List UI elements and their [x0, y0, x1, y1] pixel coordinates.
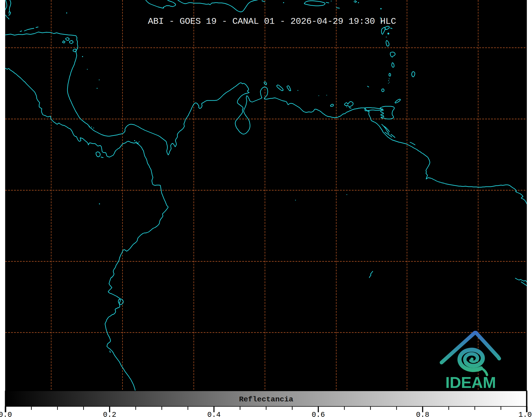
svg-text:Reflectancia: Reflectancia	[239, 395, 293, 404]
svg-text:IDEAM: IDEAM	[445, 374, 496, 391]
svg-text:0.2: 0.2	[103, 411, 116, 417]
svg-text:0.8: 0.8	[416, 411, 429, 417]
svg-text:ABI - GOES 19 - CANAL 01 - 202: ABI - GOES 19 - CANAL 01 - 2026-04-29 19…	[148, 16, 396, 26]
svg-text:0.6: 0.6	[312, 411, 325, 417]
svg-text:1.0: 1.0	[519, 411, 532, 417]
svg-text:0.4: 0.4	[207, 411, 221, 417]
